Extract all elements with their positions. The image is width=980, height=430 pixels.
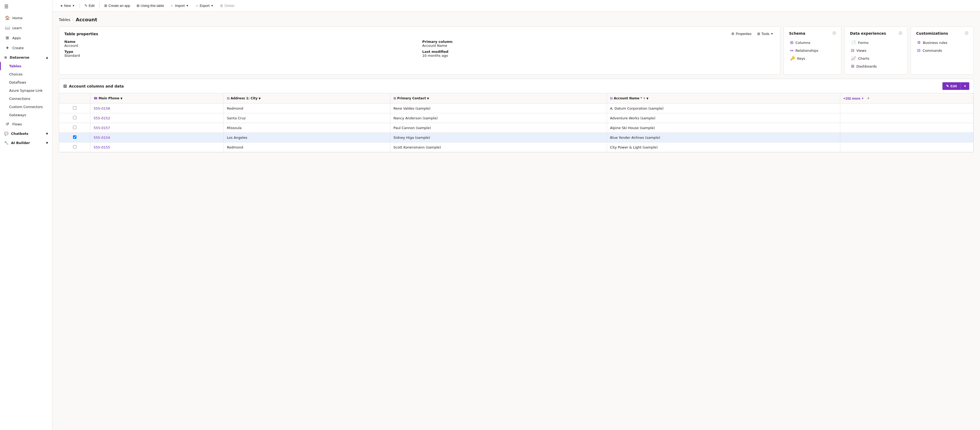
row-checkbox-cell[interactable]	[59, 133, 91, 142]
row-checkbox-cell[interactable]	[59, 142, 91, 152]
sidebar-item-learn[interactable]: 📖 Learn	[0, 23, 52, 33]
new-button[interactable]: + New ▼	[58, 2, 78, 9]
row-extra-cols	[840, 142, 973, 152]
sidebar-item-apps[interactable]: ⊞ Apps	[0, 33, 52, 43]
row-extra-cols	[840, 133, 973, 142]
choices-label: Choices	[9, 72, 22, 76]
flows-icon: ↺	[5, 122, 10, 126]
th-main-phone[interactable]: ☎ Main Phone ▼	[91, 93, 224, 104]
tools-button[interactable]: ⊞ Tools ▼	[756, 31, 775, 37]
data-exp-links: 📄 Forms ⊟ Views 📈 Charts ⊞ Dashboards	[850, 39, 902, 70]
row-checkbox-cell[interactable]	[59, 113, 91, 123]
toolbar-divider-1	[80, 3, 80, 8]
phone-col-dropdown-icon[interactable]: ▼	[121, 97, 123, 100]
row-checkbox-cell[interactable]	[59, 123, 91, 133]
th-account-name[interactable]: ⊟ Account Name * ↑ ▼	[607, 93, 840, 104]
row-extra-cols	[840, 113, 973, 123]
hamburger-button[interactable]: ☰	[0, 0, 52, 13]
using-icon: ⊞	[137, 4, 140, 8]
schema-link-relationships[interactable]: ↔ Relationships	[789, 46, 836, 54]
sidebar-section-label: Dataverse	[10, 56, 29, 59]
custom-link-business-rules[interactable]: ⚙ Business rules	[916, 39, 968, 46]
sidebar-section-dataverse[interactable]: ⊙ Dataverse ▲	[0, 53, 52, 62]
sidebar-sub-item-dataflows[interactable]: Dataflows	[0, 78, 52, 86]
sidebar-sub-item-gateways[interactable]: Gateways	[0, 111, 52, 119]
phone-link[interactable]: 555-0154	[94, 135, 110, 140]
data-exp-link-dashboards[interactable]: ⊞ Dashboards	[850, 62, 902, 70]
city-col-dropdown-icon[interactable]: ▼	[259, 97, 261, 100]
table-header-row: ☎ Main Phone ▼ ⊟ Address 1: City ▼	[59, 93, 974, 104]
more-cols-label: +152 more	[843, 96, 861, 100]
row-checkbox[interactable]	[73, 116, 76, 119]
more-columns-button[interactable]: +152 more ▼	[843, 96, 864, 100]
custom-link-commands[interactable]: ⊟ Commands	[916, 46, 968, 54]
sidebar-item-home[interactable]: 🏠 Home	[0, 13, 52, 23]
phone-link[interactable]: 555-0157	[94, 126, 110, 130]
delete-label: Delete	[224, 4, 235, 8]
data-exp-link-views[interactable]: ⊟ Views	[850, 46, 902, 54]
table-properties-card: Table properties ⚙ Properties ⊞ Tools ▼	[59, 27, 780, 75]
delete-button[interactable]: 🗑 Delete	[217, 2, 237, 9]
sidebar-sub-item-custom-connectors[interactable]: Custom Connectors	[0, 103, 52, 111]
phone-link[interactable]: 555-0155	[94, 145, 110, 149]
account-col-dropdown-icon[interactable]: ▼	[646, 97, 649, 100]
sidebar-sub-item-azure-synapse[interactable]: Azure Synapse Link	[0, 86, 52, 95]
schema-link-keys[interactable]: 🔑 Keys	[789, 54, 836, 62]
import-button[interactable]: ← Import ▼	[167, 2, 191, 9]
create-app-button[interactable]: ⊞ Create an app	[102, 2, 133, 9]
th-address-city[interactable]: ⊟ Address 1: City ▼	[224, 93, 390, 104]
sidebar-sub-item-connections[interactable]: Connections	[0, 95, 52, 103]
row-checkbox[interactable]	[73, 135, 76, 139]
row-city: Los Angeles	[224, 133, 390, 142]
sidebar-item-label: Home	[12, 16, 22, 20]
sidebar-sub-item-tables[interactable]: Tables	[0, 62, 52, 70]
phone-link[interactable]: 555-0158	[94, 107, 110, 110]
content-area: Tables › Account Table properties ⚙ Prop…	[52, 11, 980, 430]
row-main-phone[interactable]: 555-0157	[91, 123, 224, 133]
export-button[interactable]: → Export ▼	[192, 2, 216, 9]
row-city: Santa Cruz	[224, 113, 390, 123]
breadcrumb-parent[interactable]: Tables	[59, 18, 70, 22]
phone-link[interactable]: 555-0152	[94, 116, 110, 120]
contact-col-dropdown-icon[interactable]: ▼	[427, 97, 429, 100]
edit-button[interactable]: ✎ Edit	[82, 2, 97, 9]
row-checkbox[interactable]	[73, 106, 76, 110]
forms-icon: 📄	[851, 40, 856, 45]
sidebar-sub-item-choices[interactable]: Choices	[0, 70, 52, 78]
row-main-phone[interactable]: 555-0154	[91, 133, 224, 142]
row-main-phone[interactable]: 555-0152	[91, 113, 224, 123]
create-icon: +	[5, 45, 10, 50]
table-row: 555-0155RedmondScott Konersmann (sample)…	[59, 142, 974, 152]
sidebar-item-create[interactable]: + Create	[0, 43, 52, 53]
row-checkbox-cell[interactable]	[59, 104, 91, 113]
import-dropdown-icon: ▼	[186, 4, 189, 7]
row-main-phone[interactable]: 555-0155	[91, 142, 224, 152]
custom-title: Customizations	[916, 31, 948, 35]
table-edit-dropdown-button[interactable]: ▼	[961, 82, 969, 90]
add-column-button[interactable]: +	[866, 96, 870, 101]
commands-label: Commands	[923, 49, 942, 53]
views-label: Views	[856, 49, 867, 53]
edit-icon: ✎	[84, 4, 88, 8]
row-checkbox[interactable]	[73, 126, 76, 129]
schema-link-columns[interactable]: ⊞ Columns	[789, 39, 836, 46]
row-checkbox[interactable]	[73, 145, 76, 148]
row-main-phone[interactable]: 555-0158	[91, 104, 224, 113]
ai-builder-icon: 🔧	[4, 141, 8, 145]
main-content: + New ▼ ✎ Edit ⊞ Create an app ⊞ Using t…	[52, 0, 980, 430]
table-head: ☎ Main Phone ▼ ⊟ Address 1: City ▼	[59, 93, 974, 104]
sidebar-item-ai-builder[interactable]: 🔧 AI Builder ▼	[0, 138, 52, 147]
properties-button[interactable]: ⚙ Properties	[730, 31, 753, 37]
th-primary-contact[interactable]: ⊞ Primary Contact ▼	[390, 93, 607, 104]
data-exp-link-charts[interactable]: 📈 Charts	[850, 54, 902, 62]
data-exp-link-forms[interactable]: 📄 Forms	[850, 39, 902, 46]
card-content: Name Account Type Standard Primary colum…	[64, 40, 775, 57]
sidebar-item-flows[interactable]: ↺ Flows	[0, 119, 52, 129]
name-value: Account	[64, 44, 417, 48]
using-this-table-button[interactable]: ⊞ Using this table	[134, 2, 167, 9]
table-edit-button[interactable]: ✎ Edit	[942, 82, 961, 90]
chevron-up-icon: ▲	[46, 56, 48, 59]
views-icon: ⊟	[851, 48, 854, 53]
last-modified-label: Last modified	[422, 50, 775, 54]
sidebar-item-chatbots[interactable]: 💬 Chatbots ▼	[0, 129, 52, 138]
